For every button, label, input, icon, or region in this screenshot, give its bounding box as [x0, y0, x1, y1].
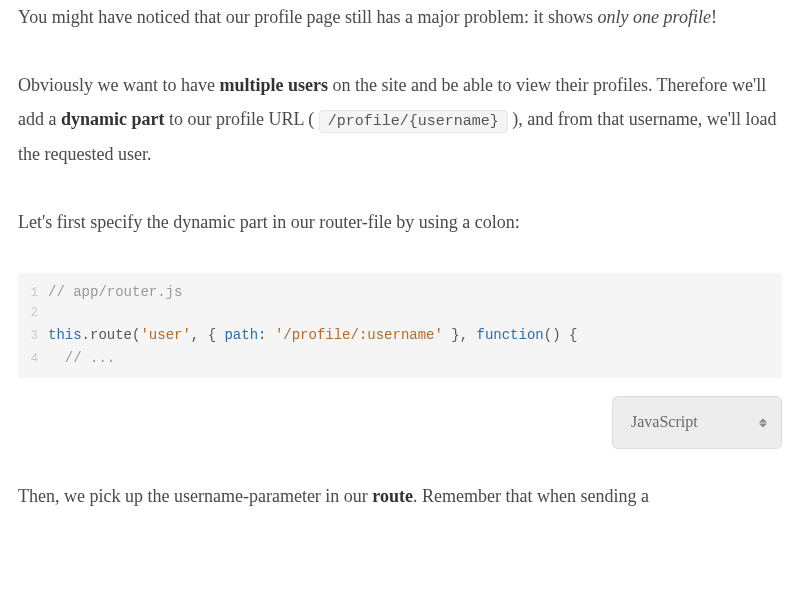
sort-icon [759, 418, 767, 427]
chevron-up-icon [759, 418, 767, 422]
emphasis: only one profile [598, 7, 711, 27]
line-number: 4 [18, 350, 48, 370]
line-number: 3 [18, 327, 48, 347]
code-line: 4 // ... [18, 347, 782, 370]
text: Obviously we want to have [18, 75, 219, 95]
text: to our profile URL ( [164, 109, 318, 129]
code-content: // ... [48, 347, 115, 370]
text: . Remember that when sending a [413, 486, 649, 506]
code-line: 1// app/router.js [18, 281, 782, 304]
paragraph-3: Let's first specify the dynamic part in … [18, 205, 782, 239]
text: Then, we pick up the username-parameter … [18, 486, 372, 506]
line-number: 1 [18, 284, 48, 304]
inline-code: /profile/{username} [319, 110, 508, 133]
language-select[interactable]: JavaScript [612, 396, 782, 448]
text: ! [711, 7, 717, 27]
paragraph-4: Then, we pick up the username-parameter … [18, 479, 782, 513]
bold-text: dynamic part [61, 109, 165, 129]
language-select-value: JavaScript [631, 413, 698, 430]
code-line: 2 [18, 304, 782, 324]
bold-text: route [372, 486, 413, 506]
code-content: // app/router.js [48, 281, 182, 304]
text: You might have noticed that our profile … [18, 7, 598, 27]
code-content: this.route('user', { path: '/profile/:us… [48, 324, 577, 347]
line-number: 2 [18, 304, 48, 324]
code-block: 1// app/router.js23this.route('user', { … [18, 273, 782, 378]
bold-text: multiple users [219, 75, 328, 95]
paragraph-2: Obviously we want to have multiple users… [18, 68, 782, 171]
code-line: 3this.route('user', { path: '/profile/:u… [18, 324, 782, 347]
language-select-container: JavaScript [18, 396, 782, 448]
chevron-down-icon [759, 423, 767, 427]
paragraph-1: You might have noticed that our profile … [18, 0, 782, 34]
